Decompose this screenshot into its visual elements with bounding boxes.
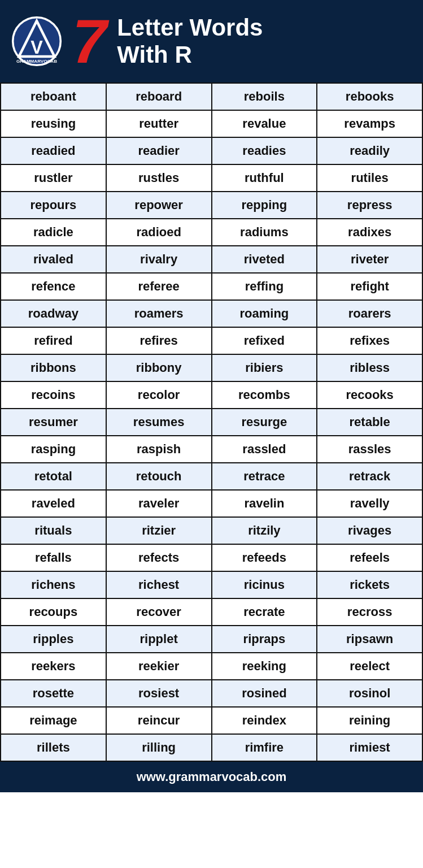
table-row: recoinsrecolorrecombsrecooks [1, 381, 422, 409]
word-cell: riveter [317, 246, 422, 273]
word-cell: retrack [317, 463, 422, 490]
word-cell: refence [1, 273, 106, 300]
large-seven: 7 [72, 10, 107, 72]
table-row: ritualsritzierritzilyrivages [1, 517, 422, 544]
word-cell: roaming [212, 300, 317, 327]
word-cell: rassled [212, 436, 317, 463]
word-cell: reining [317, 707, 422, 734]
word-cell: ritzier [106, 517, 212, 544]
word-cell: recolor [106, 381, 212, 409]
word-cell: recooks [317, 381, 422, 409]
word-cell: refixes [317, 327, 422, 354]
word-cell: ravelin [212, 490, 317, 517]
word-cell: recross [317, 598, 422, 626]
table-row: refencerefereereffingrefight [1, 273, 422, 300]
word-cell: ribbony [106, 354, 212, 381]
word-cell: reekers [1, 653, 106, 680]
word-cell: radioed [106, 219, 212, 246]
table-row: reekersreekierreekingreelect [1, 653, 422, 680]
table-row: retotalretouchretraceretrack [1, 463, 422, 490]
svg-text:V: V [30, 37, 43, 58]
table-row: reimagereincurreindexreining [1, 707, 422, 734]
word-cell: repours [1, 192, 106, 219]
table-row: refallsrefectsrefeedsrefeels [1, 544, 422, 571]
word-cell: rasping [1, 436, 106, 463]
word-cell: raveled [1, 490, 106, 517]
word-cell: rosette [1, 680, 106, 707]
word-cell: ricinus [212, 571, 317, 598]
word-cell: reelect [317, 653, 422, 680]
word-cell: retotal [1, 463, 106, 490]
word-cell: reusing [1, 110, 106, 137]
table-row: reboantreboardreboilsrebooks [1, 83, 422, 110]
page-title: Letter Words With R [117, 14, 263, 69]
table-row: rilletsrillingrimfirerimiest [1, 734, 422, 761]
word-cell: retable [317, 409, 422, 436]
word-cell: refalls [1, 544, 106, 571]
table-row: richensrichestricinusrickets [1, 571, 422, 598]
word-cell: reboils [212, 83, 317, 110]
word-cell: reekier [106, 653, 212, 680]
word-cell: ripraps [212, 626, 317, 653]
word-cell: rickets [317, 571, 422, 598]
word-cell: reutter [106, 110, 212, 137]
grammarvocab-logo: V GRAMMARVOCAB [11, 16, 62, 67]
word-cell: ritzily [212, 517, 317, 544]
word-cell: revamps [317, 110, 422, 137]
word-cell: resumer [1, 409, 106, 436]
word-cell: readied [1, 137, 106, 164]
word-cell: rassles [317, 436, 422, 463]
word-cell: radiums [212, 219, 317, 246]
word-cell: refects [106, 544, 212, 571]
word-cell: rillets [1, 734, 106, 761]
word-cell: rosinol [317, 680, 422, 707]
word-cell: ribbons [1, 354, 106, 381]
word-cell: rebooks [317, 83, 422, 110]
word-cell: refight [317, 273, 422, 300]
table-row: roadwayroamersroamingroarers [1, 300, 422, 327]
word-cell: rustles [106, 164, 212, 192]
word-cell: resumes [106, 409, 212, 436]
table-row: rosetterosiestrosinedrosinol [1, 680, 422, 707]
table-row: readiedreadierreadiesreadily [1, 137, 422, 164]
word-cell: repping [212, 192, 317, 219]
word-cell: rimiest [317, 734, 422, 761]
table-row: ribbonsribbonyribiersribless [1, 354, 422, 381]
word-cell: retrace [212, 463, 317, 490]
word-cell: raveler [106, 490, 212, 517]
word-cell: reindex [212, 707, 317, 734]
word-cell: richest [106, 571, 212, 598]
table-row: rivaledrivalryrivetedriveter [1, 246, 422, 273]
footer-url: www.grammarvocab.com [137, 770, 287, 784]
word-cell: raspish [106, 436, 212, 463]
word-cell: reeking [212, 653, 317, 680]
word-cell: ruthful [212, 164, 317, 192]
word-cell: reimage [1, 707, 106, 734]
word-cell: repress [317, 192, 422, 219]
word-cell: recombs [212, 381, 317, 409]
word-cell: refeeds [212, 544, 317, 571]
word-cell: rimfire [212, 734, 317, 761]
word-cell: reincur [106, 707, 212, 734]
table-row: radicleradioedradiumsradixes [1, 219, 422, 246]
word-cell: readies [212, 137, 317, 164]
table-row: raveledravelerravelinravelly [1, 490, 422, 517]
word-cell: readily [317, 137, 422, 164]
word-cell: recoins [1, 381, 106, 409]
word-cell: refired [1, 327, 106, 354]
word-cell: rustler [1, 164, 106, 192]
word-cell: recrate [212, 598, 317, 626]
word-cell: reffing [212, 273, 317, 300]
word-cell: referee [106, 273, 212, 300]
word-cell: radixes [317, 219, 422, 246]
word-cell: ravelly [317, 490, 422, 517]
word-cell: retouch [106, 463, 212, 490]
table-row: reusingreutterrevaluerevamps [1, 110, 422, 137]
word-cell: revalue [212, 110, 317, 137]
word-cell: refires [106, 327, 212, 354]
word-cell: roamers [106, 300, 212, 327]
word-cell: ribless [317, 354, 422, 381]
page-header: V GRAMMARVOCAB 7 Letter Words With R [0, 0, 423, 83]
word-cell: rituals [1, 517, 106, 544]
word-cell: rivaled [1, 246, 106, 273]
